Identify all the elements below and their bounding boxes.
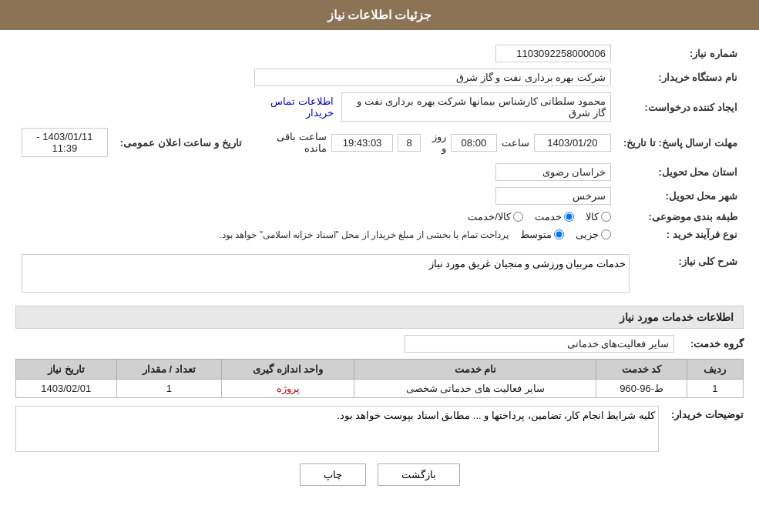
nam-dasgah-label: نام دستگاه خریدار:	[617, 65, 744, 89]
row-tabaqe: طبقه بندی موضوعی: کالا خدمت	[15, 208, 744, 226]
row-ijaad-kannande: ایجاد کننده درخواست: محمود سلطانی کارشنا…	[15, 89, 744, 125]
ostan-value: خراسان رضوی	[248, 160, 617, 184]
grohe-khedmat-row: گروه خدمت: سایر فعالیت‌های خدماتی	[15, 335, 744, 353]
farayand-notice: پرداخت تمام یا بخشی از مبلغ خریدار از مح…	[220, 229, 509, 240]
radio-khedmat: خدمت	[535, 211, 574, 223]
services-table: ردیف کد خدمت نام خدمت واحد اندازه گیری ت…	[15, 359, 744, 398]
grohe-khedmat-label: گروه خدمت:	[682, 338, 744, 350]
page-header: جزئیات اطلاعات نیاز	[0, 0, 759, 30]
shahr-label: شهر محل تحویل:	[617, 184, 744, 208]
nam-dasgah-value: شرکت بهره برداری نفت و گاز شرق	[248, 65, 617, 89]
nam-dasgah-field: شرکت بهره برداری نفت و گاز شرق	[254, 69, 611, 86]
shahr-field: سرخس	[495, 187, 611, 205]
mohlat-value: 1403/01/20 ساعت 08:00 روز و 8 19:43:03 س…	[248, 125, 617, 160]
tabaqe-label: طبقه بندی موضوعی:	[617, 208, 744, 226]
services-table-body: 1 ط-96-960 سایر فعالیت های خدماتی شخصی پ…	[16, 380, 744, 398]
cell-tarikh: 1403/02/01	[16, 380, 117, 398]
shomare-niaz-label: شماره نیاز:	[617, 42, 744, 65]
col-radif: ردیف	[687, 360, 743, 380]
main-info-table: شماره نیاز: 1103092258000006 نام دستگاه …	[15, 42, 744, 243]
tabaqe-options: کالا خدمت کالا/خدمت	[248, 208, 617, 226]
ostan-field: خراسان رضوی	[495, 163, 611, 181]
radio-kala-label: کالا	[586, 211, 599, 223]
row-shomare-niaz: شماره نیاز: 1103092258000006	[15, 42, 744, 65]
row-nam-dasgah: نام دستگاه خریدار: شرکت بهره برداری نفت …	[15, 65, 744, 89]
contact-info-link[interactable]: اطلاعات تماس خریدار	[254, 95, 334, 119]
ostan-label: استان محل تحویل:	[617, 160, 744, 184]
shomare-niaz-field: 1103092258000006	[495, 45, 611, 62]
radio-motavasset-label: متوسط	[520, 229, 552, 240]
farayand-radio-group: جزیی متوسط	[520, 229, 611, 240]
date-field: 1403/01/20	[534, 134, 611, 152]
baqi-label: ساعت باقی مانده	[254, 131, 327, 154]
services-table-header: ردیف کد خدمت نام خدمت واحد اندازه گیری ت…	[16, 360, 744, 380]
time-field: 08:00	[451, 134, 497, 152]
mohlat-label: مهلت ارسال پاسخ: تا تاریخ:	[617, 125, 744, 160]
page-wrapper: جزئیات اطلاعات نیاز شماره نیاز: 11030922…	[0, 0, 759, 532]
col-tarikh: تاریخ نیاز	[16, 360, 117, 380]
farayand-value: جزیی متوسط پرداخت تمام یا بخشی از مبلغ خ…	[15, 226, 617, 243]
table-row: 1 ط-96-960 سایر فعالیت های خدماتی شخصی پ…	[16, 380, 744, 398]
radio-kala-khedmat-label: کالا/خدمت	[468, 211, 511, 223]
time-label: ساعت	[502, 137, 529, 149]
radio-kala-khedmat-input[interactable]	[513, 212, 523, 222]
radio-khedmat-input[interactable]	[564, 212, 574, 222]
tosifat-row: توضیحات خریدار:	[15, 406, 744, 452]
roz-label: روز و	[425, 131, 446, 154]
shahr-value: سرخس	[248, 184, 617, 208]
radio-kala-input[interactable]	[601, 212, 611, 222]
tarikh-elan-value: 1403/01/11 - 11:39	[15, 125, 114, 160]
tarikh-elan-field: 1403/01/11 - 11:39	[22, 128, 108, 157]
row-mohlat: مهلت ارسال پاسخ: تا تاریخ: 1403/01/20 سا…	[15, 125, 744, 160]
tosifat-label: توضیحات خریدار:	[667, 406, 744, 420]
sharh-niaz-value	[15, 251, 636, 298]
roz-field: 8	[398, 134, 421, 152]
grohe-khedmat-field: سایر فعالیت‌های خدماتی	[405, 335, 674, 353]
cell-kod: ط-96-960	[596, 380, 687, 398]
radio-jozyi: جزیی	[576, 229, 611, 240]
row-farayand: نوع فرآیند خرید : جزیی متوسط	[15, 226, 744, 243]
sharh-niaz-table: شرح کلی نیاز:	[15, 251, 744, 298]
sharh-niaz-label: شرح کلی نیاز:	[636, 251, 744, 298]
radio-motavasset: متوسط	[520, 229, 564, 240]
ijaad-label: ایجاد کننده درخواست:	[617, 89, 744, 125]
row-sharh-niaz: شرح کلی نیاز:	[15, 251, 744, 298]
radio-kala-khedmat: کالا/خدمت	[468, 211, 523, 223]
tarikh-elan-label: تاریخ و ساعت اعلان عمومی:	[114, 125, 248, 160]
farayand-label: نوع فرآیند خرید :	[617, 226, 744, 243]
tosifat-textarea[interactable]	[15, 406, 659, 452]
buttons-row: بازگشت چاپ	[15, 463, 744, 486]
content-area: شماره نیاز: 1103092258000006 نام دستگاه …	[0, 30, 759, 497]
radio-khedmat-label: خدمت	[535, 211, 562, 223]
khadamat-section-header: اطلاعات خدمات مورد نیاز	[15, 306, 744, 329]
col-kod: کد خدمت	[596, 360, 687, 380]
back-button[interactable]: بازگشت	[378, 463, 460, 486]
radio-kala: کالا	[586, 211, 611, 223]
tabaqe-radio-group: کالا خدمت کالا/خدمت	[254, 211, 611, 223]
row-shahr: شهر محل تحویل: سرخس	[15, 184, 744, 208]
page-title: جزئیات اطلاعات نیاز	[327, 8, 432, 22]
row-ostan: استان محل تحویل: خراسان رضوی	[15, 160, 744, 184]
col-vahed: واحد اندازه گیری	[222, 360, 354, 380]
cell-radif: 1	[687, 380, 743, 398]
col-tedad: تعداد / مقدار	[116, 360, 222, 380]
print-button[interactable]: چاپ	[300, 463, 366, 486]
radio-jozyi-label: جزیی	[576, 229, 599, 240]
cell-nam: سایر فعالیت های خدماتی شخصی	[354, 380, 596, 398]
col-nam: نام خدمت	[354, 360, 596, 380]
cell-vahed: پروژه	[222, 380, 354, 398]
services-header-row: ردیف کد خدمت نام خدمت واحد اندازه گیری ت…	[16, 360, 744, 380]
cell-tedad: 1	[116, 380, 222, 398]
radio-motavasset-input[interactable]	[554, 229, 564, 239]
shomare-niaz-value: 1103092258000006	[248, 42, 617, 65]
ijaad-field: محمود سلطانی کارشناس بیمانها شرکت بهره ب…	[341, 92, 611, 122]
ijaad-value: محمود سلطانی کارشناس بیمانها شرکت بهره ب…	[248, 89, 617, 125]
sharh-niaz-textarea[interactable]	[22, 254, 630, 293]
radio-jozyi-input[interactable]	[601, 229, 611, 239]
baqi-field: 19:43:03	[331, 134, 393, 152]
